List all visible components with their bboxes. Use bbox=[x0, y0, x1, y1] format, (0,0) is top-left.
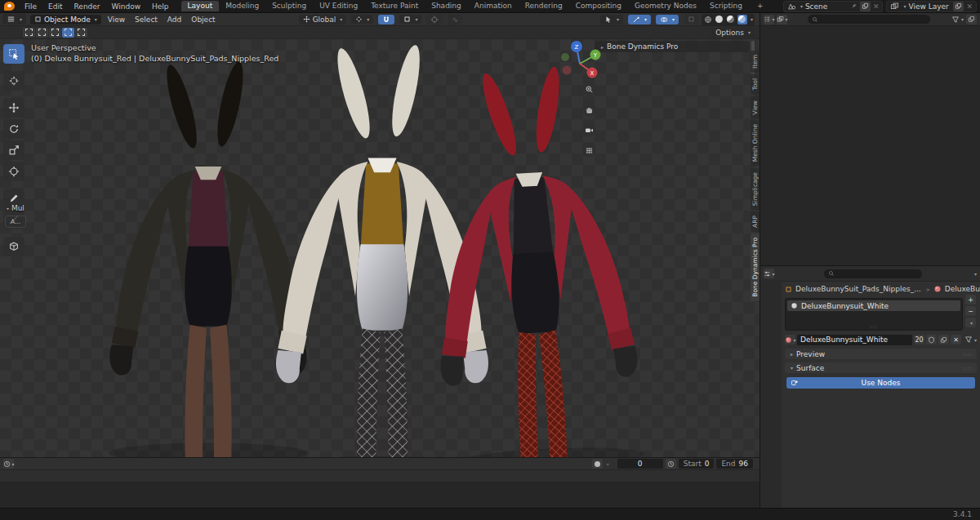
menu-window[interactable]: Window bbox=[106, 2, 147, 11]
proportional-falloff-button[interactable]: ∿ bbox=[448, 15, 462, 24]
frame-start-field[interactable]: Start0 bbox=[679, 459, 715, 469]
view-layer-selector[interactable]: ▾ View Layer ✕ bbox=[886, 1, 977, 12]
sidebar-tab-tool[interactable]: Tool bbox=[751, 74, 760, 95]
remove-slot-button[interactable]: − bbox=[965, 306, 976, 316]
menu-edit[interactable]: Edit bbox=[42, 2, 68, 11]
proportional-editing-toggle[interactable] bbox=[426, 15, 443, 24]
pin-icon[interactable] bbox=[850, 2, 858, 10]
workspace-tab-compositing[interactable]: Compositing bbox=[569, 1, 628, 11]
sidebar-tab-mesh-online[interactable]: Mesh Online bbox=[751, 120, 760, 166]
pivot-point-button[interactable]: ▾ bbox=[351, 15, 373, 24]
auto-keying-toggle[interactable] bbox=[592, 459, 603, 469]
new-material-button[interactable] bbox=[938, 335, 949, 344]
select-mode-3[interactable] bbox=[62, 28, 74, 38]
users-count-button[interactable]: 20 bbox=[914, 335, 924, 344]
outliner-search-input[interactable] bbox=[808, 15, 930, 24]
workspace-tab-scripting[interactable]: Scripting bbox=[703, 1, 749, 11]
workspace-tab-uv-editing[interactable]: UV Editing bbox=[313, 1, 364, 11]
shading-wireframe-button[interactable] bbox=[703, 15, 713, 24]
annotation-chip[interactable]: A... bbox=[5, 216, 26, 228]
slot-specials-button[interactable]: ▾ bbox=[965, 318, 976, 327]
select-mode-4[interactable] bbox=[75, 28, 87, 38]
use-nodes-button[interactable]: Use Nodes bbox=[786, 377, 975, 389]
unlink-scene-button[interactable]: ✕ bbox=[873, 2, 880, 11]
material-name-field[interactable]: DeluxeBunnysuit_White bbox=[797, 335, 912, 345]
black-bunny-suit[interactable] bbox=[109, 60, 309, 457]
new-scene-button[interactable] bbox=[860, 2, 871, 11]
mode-selector[interactable]: Object Mode▾ bbox=[30, 15, 101, 24]
workspace-tab-shading[interactable]: Shading bbox=[425, 1, 468, 11]
editor-type-button[interactable]: ▾ bbox=[2, 14, 26, 24]
menu-render[interactable]: Render bbox=[69, 2, 106, 11]
shading-solid-button[interactable] bbox=[715, 15, 724, 24]
tool-add-cube[interactable] bbox=[3, 237, 24, 256]
sidebar-tab-item[interactable]: Item bbox=[751, 51, 760, 73]
material-slot-active[interactable]: DeluxeBunnysuit_White bbox=[787, 300, 960, 311]
add-slot-button[interactable]: + bbox=[965, 295, 976, 304]
frame-end-field[interactable]: End96 bbox=[716, 459, 753, 469]
workspace-tab-layout[interactable]: Layout bbox=[181, 1, 220, 11]
gizmos-toggle[interactable]: ▾ bbox=[628, 15, 651, 24]
outliner-filter-button[interactable]: ▾ bbox=[951, 15, 964, 24]
properties-options-button[interactable]: ▾ bbox=[974, 271, 977, 277]
remove-view-layer-button[interactable]: ✕ bbox=[966, 2, 973, 11]
snap-target-button[interactable]: ▾ bbox=[399, 15, 421, 24]
workspace-tab-rendering[interactable]: Rendering bbox=[519, 1, 569, 11]
overlays-toggle[interactable]: ▾ bbox=[656, 15, 679, 24]
current-frame-field[interactable]: 0 bbox=[617, 459, 663, 469]
preview-panel-header[interactable]: ▸Preview:::: bbox=[785, 349, 977, 359]
breadcrumb-object[interactable]: DeluxeBunnySuit_Pads_Nipples_... bbox=[795, 285, 921, 293]
outliner-filter-type[interactable]: ▾ bbox=[777, 15, 787, 24]
tool-move[interactable] bbox=[3, 98, 24, 118]
menu-file[interactable]: File bbox=[19, 2, 42, 11]
add-workspace-button[interactable]: + bbox=[751, 1, 770, 11]
timeline-tracks[interactable] bbox=[0, 482, 760, 509]
navigation-gizmo[interactable]: Z Y X bbox=[559, 39, 604, 85]
zoom-icon[interactable] bbox=[581, 82, 596, 96]
preview-range-toggle[interactable] bbox=[666, 459, 676, 469]
properties-editor-type[interactable]: ▾ bbox=[764, 269, 774, 278]
workspace-tab-texture-paint[interactable]: Texture Paint bbox=[364, 1, 425, 11]
workspace-tab-modeling[interactable]: Modeling bbox=[219, 1, 265, 11]
pan-icon[interactable] bbox=[581, 102, 596, 117]
ortho-toggle-icon[interactable] bbox=[581, 143, 596, 158]
browse-material-button[interactable]: ▾ bbox=[785, 335, 795, 344]
sidebar-tab-simplicage[interactable]: Simplicage bbox=[751, 168, 760, 210]
material-specials-button[interactable]: ▾ bbox=[964, 336, 977, 344]
redo-panel[interactable]: ▾ Mul bbox=[5, 204, 24, 212]
options-dropdown[interactable]: Options▾ bbox=[711, 28, 755, 38]
outliner-new-collection-button[interactable] bbox=[966, 15, 977, 24]
sidebar-tab-arp[interactable]: ARP bbox=[751, 211, 760, 232]
auto-keying-options[interactable]: ▾ bbox=[607, 461, 609, 467]
select-mode-0[interactable] bbox=[23, 28, 35, 38]
tool-cursor[interactable] bbox=[3, 71, 24, 91]
transform-orientation[interactable]: Global▾ bbox=[299, 15, 347, 24]
properties-search-input[interactable] bbox=[824, 269, 922, 278]
object-visibility-button[interactable]: ▾ bbox=[600, 15, 623, 24]
scene-selector[interactable]: ▾ Scene ✕ bbox=[783, 1, 884, 12]
unlink-material-button[interactable]: ✕ bbox=[951, 335, 961, 344]
sidebar-tab-view[interactable]: View bbox=[751, 96, 760, 119]
shading-rendered-button[interactable] bbox=[737, 15, 747, 24]
fake-user-button[interactable] bbox=[926, 335, 937, 344]
snap-toggle[interactable] bbox=[378, 15, 394, 24]
surface-panel-header[interactable]: ▾Surface:::: bbox=[785, 362, 977, 373]
outliner-display-mode[interactable]: ▾ bbox=[764, 15, 774, 24]
bone-dynamics-pro-panel[interactable]: ▸Bone Dynamics Pro bbox=[595, 41, 750, 52]
shading-material-button[interactable] bbox=[726, 15, 736, 24]
select-mode-2[interactable] bbox=[49, 28, 61, 38]
sidebar-tab-bone-dynamics-pro[interactable]: Bone Dynamics Pro bbox=[751, 233, 760, 301]
resize-grip[interactable]: ::: bbox=[870, 323, 877, 329]
workspace-tab-geometry-nodes[interactable]: Geometry Nodes bbox=[628, 1, 703, 11]
breadcrumb-material[interactable]: DeluxeBunnysuit_White bbox=[945, 285, 980, 293]
timeline-ruler[interactable] bbox=[0, 470, 760, 482]
tool-scale[interactable] bbox=[3, 140, 24, 160]
material-slot-list[interactable]: DeluxeBunnysuit_White ::: bbox=[785, 298, 963, 331]
select-mode-1[interactable] bbox=[36, 28, 48, 38]
3d-viewport[interactable]: User Perspective (0) Deluxe Bunnysuit_Re… bbox=[0, 39, 760, 457]
tool-select-box[interactable] bbox=[3, 44, 24, 64]
menu-help[interactable]: Help bbox=[146, 2, 175, 11]
new-view-layer-button[interactable] bbox=[953, 2, 964, 11]
xray-toggle[interactable] bbox=[684, 15, 699, 24]
menu-add[interactable]: Add bbox=[163, 16, 186, 24]
